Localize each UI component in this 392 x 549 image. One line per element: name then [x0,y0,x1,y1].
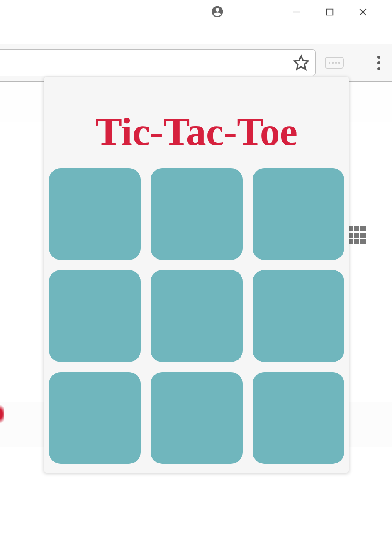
tab-strip[interactable] [0,24,392,44]
maximize-button[interactable] [313,7,346,17]
address-input[interactable] [0,57,293,68]
card-peek-left [0,402,4,426]
kebab-menu-icon[interactable] [377,56,380,70]
address-bar[interactable] [0,49,316,76]
board-cell-0[interactable] [49,168,141,260]
board-cell-5[interactable] [253,270,344,362]
board-cell-8[interactable] [253,372,344,464]
minimize-button[interactable] [280,7,313,17]
account-circle-icon[interactable] [211,5,224,18]
close-button[interactable] [346,7,380,17]
window-titlebar [0,0,392,24]
extensions-icon[interactable] [325,57,344,69]
game-card: Tic-Tac-Toe [44,77,349,473]
board-cell-3[interactable] [49,270,141,362]
game-title: Tic-Tac-Toe [49,112,344,152]
svg-rect-1 [327,9,333,15]
board-cell-6[interactable] [49,372,141,464]
apps-grid-icon[interactable] [348,226,366,244]
star-icon[interactable] [293,54,309,71]
browser-toolbar [0,44,392,82]
board-cell-7[interactable] [151,372,242,464]
board-cell-4[interactable] [151,270,242,362]
game-board [49,168,344,464]
svg-marker-4 [294,56,308,69]
board-cell-1[interactable] [151,168,242,260]
board-cell-2[interactable] [253,168,344,260]
